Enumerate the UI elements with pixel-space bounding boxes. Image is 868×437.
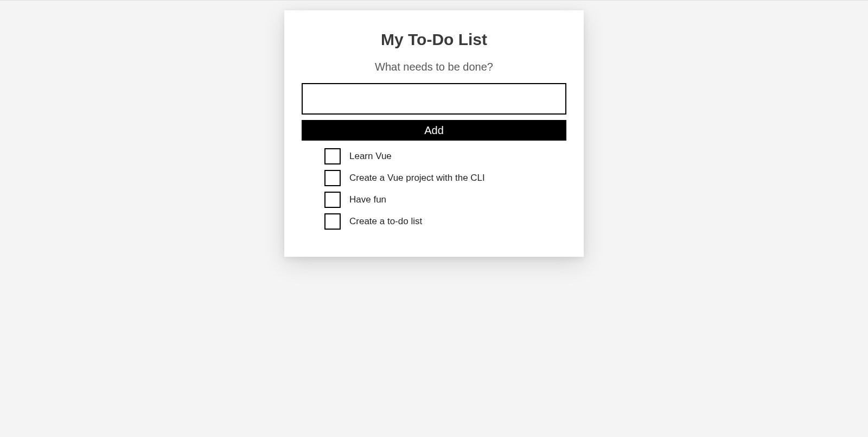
todo-checkbox[interactable] <box>324 213 341 230</box>
app-title: My To-Do List <box>302 30 566 49</box>
todo-label[interactable]: Learn Vue <box>349 151 392 162</box>
todo-checkbox[interactable] <box>324 170 341 186</box>
todo-item: Create a to-do list <box>324 213 566 230</box>
todo-list: Learn Vue Create a Vue project with the … <box>302 148 566 230</box>
todo-app-card: My To-Do List What needs to be done? Add… <box>284 10 584 257</box>
todo-label[interactable]: Have fun <box>349 194 386 205</box>
add-button[interactable]: Add <box>302 120 566 141</box>
todo-label[interactable]: Create a to-do list <box>349 216 422 227</box>
todo-label[interactable]: Create a Vue project with the CLI <box>349 173 485 183</box>
new-todo-input[interactable] <box>302 83 566 115</box>
todo-item: Create a Vue project with the CLI <box>324 170 566 186</box>
todo-item: Have fun <box>324 192 566 208</box>
todo-item: Learn Vue <box>324 148 566 164</box>
todo-checkbox[interactable] <box>324 148 341 164</box>
new-todo-prompt: What needs to be done? <box>302 61 566 73</box>
todo-checkbox[interactable] <box>324 192 341 208</box>
